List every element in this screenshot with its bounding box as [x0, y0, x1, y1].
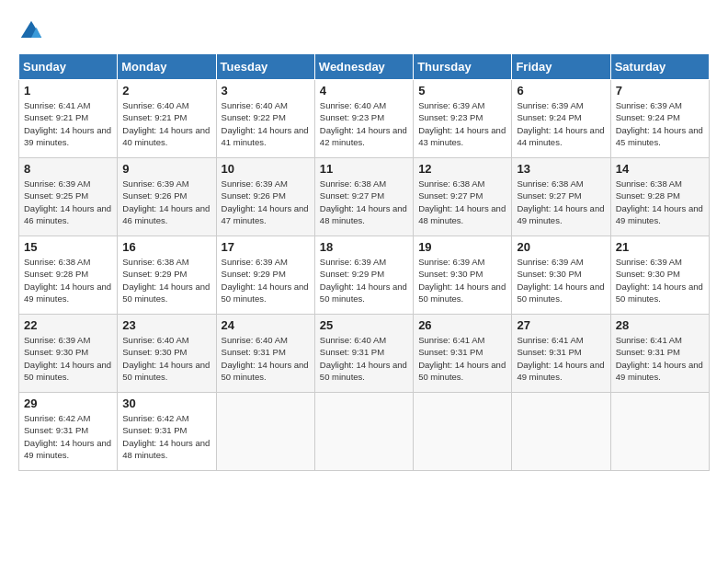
calendar-cell: 3Sunrise: 6:40 AMSunset: 9:22 PMDaylight…: [216, 80, 314, 158]
day-number: 1: [24, 84, 112, 98]
day-info: Sunrise: 6:39 AMSunset: 9:24 PMDaylight:…: [616, 99, 704, 148]
calendar-cell: 10Sunrise: 6:39 AMSunset: 9:26 PMDayligh…: [216, 158, 314, 236]
calendar-week-2: 8Sunrise: 6:39 AMSunset: 9:25 PMDaylight…: [19, 158, 710, 236]
day-info: Sunrise: 6:40 AMSunset: 9:23 PMDaylight:…: [320, 99, 408, 148]
calendar-cell: 19Sunrise: 6:39 AMSunset: 9:30 PMDayligh…: [414, 236, 512, 315]
calendar-cell: 14Sunrise: 6:38 AMSunset: 9:28 PMDayligh…: [610, 158, 709, 236]
day-number: 12: [418, 162, 506, 176]
day-info: Sunrise: 6:40 AMSunset: 9:31 PMDaylight:…: [320, 334, 408, 383]
calendar-cell: 20Sunrise: 6:39 AMSunset: 9:30 PMDayligh…: [512, 236, 610, 315]
day-info: Sunrise: 6:41 AMSunset: 9:21 PMDaylight:…: [24, 99, 112, 148]
calendar-cell: 29Sunrise: 6:42 AMSunset: 9:31 PMDayligh…: [19, 393, 118, 471]
calendar-cell: [414, 393, 512, 471]
calendar-cell: 30Sunrise: 6:42 AMSunset: 9:31 PMDayligh…: [118, 393, 216, 471]
calendar-week-5: 29Sunrise: 6:42 AMSunset: 9:31 PMDayligh…: [19, 393, 710, 471]
day-number: 6: [517, 84, 605, 98]
day-info: Sunrise: 6:38 AMSunset: 9:27 PMDaylight:…: [517, 178, 605, 226]
day-info: Sunrise: 6:39 AMSunset: 9:29 PMDaylight:…: [320, 256, 408, 304]
day-info: Sunrise: 6:41 AMSunset: 9:31 PMDaylight:…: [517, 334, 605, 383]
calendar-header-row: SundayMondayTuesdayWednesdayThursdayFrid…: [19, 54, 710, 80]
day-info: Sunrise: 6:39 AMSunset: 9:30 PMDaylight:…: [517, 256, 605, 304]
day-info: Sunrise: 6:38 AMSunset: 9:27 PMDaylight:…: [320, 178, 408, 226]
day-info: Sunrise: 6:41 AMSunset: 9:31 PMDaylight:…: [418, 334, 506, 383]
calendar-header-thursday: Thursday: [414, 54, 512, 80]
day-number: 28: [616, 318, 704, 332]
calendar-header-monday: Monday: [118, 54, 216, 80]
calendar-header-wednesday: Wednesday: [314, 54, 413, 80]
day-info: Sunrise: 6:39 AMSunset: 9:30 PMDaylight:…: [418, 256, 506, 304]
calendar-cell: 17Sunrise: 6:39 AMSunset: 9:29 PMDayligh…: [216, 236, 314, 315]
calendar-week-1: 1Sunrise: 6:41 AMSunset: 9:21 PMDaylight…: [19, 80, 710, 158]
calendar-header-tuesday: Tuesday: [216, 54, 314, 80]
calendar-cell: [314, 393, 413, 471]
day-info: Sunrise: 6:42 AMSunset: 9:31 PMDaylight:…: [122, 412, 210, 461]
calendar-header-friday: Friday: [512, 54, 610, 80]
day-number: 9: [122, 162, 210, 176]
logo: [18, 18, 48, 44]
day-number: 8: [24, 162, 112, 176]
calendar-cell: 5Sunrise: 6:39 AMSunset: 9:23 PMDaylight…: [414, 80, 512, 158]
day-number: 25: [320, 318, 408, 332]
calendar-cell: 15Sunrise: 6:38 AMSunset: 9:28 PMDayligh…: [19, 236, 118, 315]
calendar-cell: 9Sunrise: 6:39 AMSunset: 9:26 PMDaylight…: [118, 158, 216, 236]
day-info: Sunrise: 6:40 AMSunset: 9:31 PMDaylight:…: [222, 334, 310, 383]
day-number: 4: [320, 84, 408, 98]
day-info: Sunrise: 6:38 AMSunset: 9:28 PMDaylight:…: [24, 256, 112, 304]
calendar-cell: 23Sunrise: 6:40 AMSunset: 9:30 PMDayligh…: [118, 315, 216, 393]
calendar-cell: 16Sunrise: 6:38 AMSunset: 9:29 PMDayligh…: [118, 236, 216, 315]
calendar-cell: 28Sunrise: 6:41 AMSunset: 9:31 PMDayligh…: [610, 315, 709, 393]
day-number: 2: [122, 84, 210, 98]
day-number: 16: [122, 240, 210, 254]
calendar-cell: 18Sunrise: 6:39 AMSunset: 9:29 PMDayligh…: [314, 236, 413, 315]
day-info: Sunrise: 6:42 AMSunset: 9:31 PMDaylight:…: [24, 412, 112, 461]
day-number: 7: [616, 84, 704, 98]
calendar-cell: 25Sunrise: 6:40 AMSunset: 9:31 PMDayligh…: [314, 315, 413, 393]
calendar-cell: [216, 393, 314, 471]
day-info: Sunrise: 6:39 AMSunset: 9:30 PMDaylight:…: [24, 334, 112, 383]
day-info: Sunrise: 6:40 AMSunset: 9:22 PMDaylight:…: [222, 99, 310, 148]
calendar-cell: 12Sunrise: 6:38 AMSunset: 9:27 PMDayligh…: [414, 158, 512, 236]
day-number: 13: [517, 162, 605, 176]
calendar-cell: 6Sunrise: 6:39 AMSunset: 9:24 PMDaylight…: [512, 80, 610, 158]
day-number: 17: [222, 240, 310, 254]
day-number: 27: [517, 318, 605, 332]
day-info: Sunrise: 6:38 AMSunset: 9:29 PMDaylight:…: [122, 256, 210, 304]
day-number: 11: [320, 162, 408, 176]
calendar-week-3: 15Sunrise: 6:38 AMSunset: 9:28 PMDayligh…: [19, 236, 710, 315]
day-number: 14: [616, 162, 704, 176]
logo-icon: [18, 18, 44, 44]
day-number: 18: [320, 240, 408, 254]
day-info: Sunrise: 6:41 AMSunset: 9:31 PMDaylight:…: [616, 334, 704, 383]
calendar-cell: 8Sunrise: 6:39 AMSunset: 9:25 PMDaylight…: [19, 158, 118, 236]
calendar-cell: 2Sunrise: 6:40 AMSunset: 9:21 PMDaylight…: [118, 80, 216, 158]
calendar-header-sunday: Sunday: [19, 54, 118, 80]
day-info: Sunrise: 6:38 AMSunset: 9:27 PMDaylight:…: [418, 178, 506, 226]
calendar-cell: 22Sunrise: 6:39 AMSunset: 9:30 PMDayligh…: [19, 315, 118, 393]
calendar-cell: 24Sunrise: 6:40 AMSunset: 9:31 PMDayligh…: [216, 315, 314, 393]
calendar-cell: [610, 393, 709, 471]
day-number: 20: [517, 240, 605, 254]
day-number: 10: [222, 162, 310, 176]
day-number: 26: [418, 318, 506, 332]
day-number: 5: [418, 84, 506, 98]
calendar-week-4: 22Sunrise: 6:39 AMSunset: 9:30 PMDayligh…: [19, 315, 710, 393]
day-number: 21: [616, 240, 704, 254]
day-number: 19: [418, 240, 506, 254]
calendar-cell: 21Sunrise: 6:39 AMSunset: 9:30 PMDayligh…: [610, 236, 709, 315]
day-info: Sunrise: 6:39 AMSunset: 9:30 PMDaylight:…: [616, 256, 704, 304]
day-info: Sunrise: 6:39 AMSunset: 9:25 PMDaylight:…: [24, 178, 112, 226]
day-info: Sunrise: 6:40 AMSunset: 9:21 PMDaylight:…: [122, 99, 210, 148]
calendar-cell: 26Sunrise: 6:41 AMSunset: 9:31 PMDayligh…: [414, 315, 512, 393]
day-info: Sunrise: 6:39 AMSunset: 9:26 PMDaylight:…: [122, 178, 210, 226]
calendar-cell: 11Sunrise: 6:38 AMSunset: 9:27 PMDayligh…: [314, 158, 413, 236]
calendar-cell: 4Sunrise: 6:40 AMSunset: 9:23 PMDaylight…: [314, 80, 413, 158]
calendar-cell: [512, 393, 610, 471]
day-info: Sunrise: 6:39 AMSunset: 9:29 PMDaylight:…: [222, 256, 310, 304]
day-number: 15: [24, 240, 112, 254]
day-number: 23: [122, 318, 210, 332]
calendar-cell: 7Sunrise: 6:39 AMSunset: 9:24 PMDaylight…: [610, 80, 709, 158]
day-info: Sunrise: 6:40 AMSunset: 9:30 PMDaylight:…: [122, 334, 210, 383]
day-info: Sunrise: 6:39 AMSunset: 9:23 PMDaylight:…: [418, 99, 506, 148]
day-number: 24: [222, 318, 310, 332]
day-number: 29: [24, 396, 112, 410]
